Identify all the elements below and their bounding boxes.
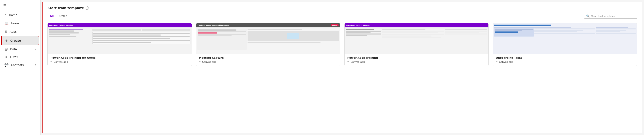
- card-thumbnail-4: [493, 23, 637, 54]
- template-card-3[interactable]: PowerApps Training (PA) App: [344, 23, 489, 66]
- info-icon[interactable]: i: [86, 7, 89, 10]
- chatbots-icon: 💬: [4, 63, 8, 67]
- sidebar-label-flows: Flows: [10, 55, 18, 58]
- svg-point-0: [5, 48, 7, 49]
- data-icon: [4, 48, 8, 51]
- sidebar-label-create: Create: [10, 39, 21, 42]
- sidebar-label-chatbots: Chatbots: [11, 63, 24, 67]
- card-thumbnail-2: Publish a sample app - working session A…: [196, 23, 340, 54]
- card-thumbnail-3: PowerApps Training (PA) App: [344, 23, 488, 54]
- card-type-1: ✏ Canvas app: [50, 61, 189, 63]
- sidebar-item-home[interactable]: ⌂ Home: [1, 11, 39, 19]
- home-icon: ⌂: [4, 13, 6, 17]
- sidebar: ☰ ⌂ Home 📖 Learn ⊞ Apps + Create Data ▾: [0, 0, 40, 135]
- sidebar-item-learn[interactable]: 📖 Learn: [1, 19, 39, 27]
- pencil-icon-2: ✏: [199, 61, 201, 63]
- cards-grid: PowerApps Training for Office: [48, 23, 637, 66]
- search-box: 🔍: [584, 14, 637, 19]
- apps-icon: ⊞: [4, 30, 7, 34]
- sidebar-item-apps[interactable]: ⊞ Apps: [1, 28, 39, 36]
- card-type-2: ✏ Canvas app: [199, 61, 337, 63]
- flows-icon: [4, 55, 8, 58]
- pencil-icon-4: ✏: [496, 61, 498, 63]
- sidebar-label-learn: Learn: [11, 22, 19, 25]
- search-input[interactable]: [591, 15, 628, 18]
- sidebar-item-chatbots[interactable]: 💬 Chatbots ▾: [1, 61, 39, 69]
- tabs-container: All Office: [48, 13, 70, 19]
- template-card-4[interactable]: Onboarding Tasks ✏ Canvas app: [493, 23, 637, 66]
- tab-all[interactable]: All: [48, 13, 56, 19]
- card-info-2: Meeting Capture ✏ Canvas app: [196, 54, 340, 66]
- create-icon: +: [5, 38, 8, 43]
- pencil-icon-3: ✏: [348, 61, 350, 63]
- main-content: Start from template i All Office 🔍: [40, 0, 644, 135]
- card-info-3: Power Apps Training ✏ Canvas app: [344, 54, 488, 66]
- data-chevron-icon: ▾: [35, 48, 36, 51]
- tabs-search-row: All Office 🔍: [48, 13, 637, 19]
- sidebar-item-flows[interactable]: Flows: [1, 53, 39, 61]
- sidebar-item-create[interactable]: + Create: [1, 36, 39, 45]
- sidebar-label-apps: Apps: [10, 30, 16, 33]
- sidebar-label-data: Data: [10, 48, 17, 51]
- card-info-1: Power Apps Training for Office ✏ Canvas …: [48, 54, 192, 66]
- tab-office[interactable]: Office: [57, 13, 70, 19]
- sidebar-label-home: Home: [9, 13, 17, 17]
- card-title-2: Meeting Capture: [199, 56, 337, 59]
- card-type-3: ✏ Canvas app: [348, 61, 486, 63]
- card-type-4: ✏ Canvas app: [496, 61, 634, 63]
- section-title: Start from template: [48, 6, 84, 10]
- card-info-4: Onboarding Tasks ✏ Canvas app: [493, 54, 637, 66]
- template-card-1[interactable]: PowerApps Training for Office: [48, 23, 192, 66]
- template-card-2[interactable]: Publish a sample app - working session A…: [196, 23, 340, 66]
- section-header: Start from template i: [48, 6, 637, 10]
- svg-marker-1: [6, 57, 7, 57]
- chatbots-chevron-icon: ▾: [35, 64, 36, 66]
- sidebar-item-data[interactable]: Data ▾: [1, 46, 39, 53]
- card-thumbnail-1: PowerApps Training for Office: [48, 23, 192, 54]
- template-section: Start from template i All Office 🔍: [42, 2, 642, 133]
- card-title-4: Onboarding Tasks: [496, 56, 634, 59]
- learn-icon: 📖: [4, 21, 8, 25]
- card-title-1: Power Apps Training for Office: [50, 56, 189, 59]
- card-title-3: Power Apps Training: [348, 56, 486, 59]
- search-icon: 🔍: [586, 15, 590, 18]
- pencil-icon-1: ✏: [50, 61, 52, 63]
- menu-icon[interactable]: ☰: [0, 2, 40, 10]
